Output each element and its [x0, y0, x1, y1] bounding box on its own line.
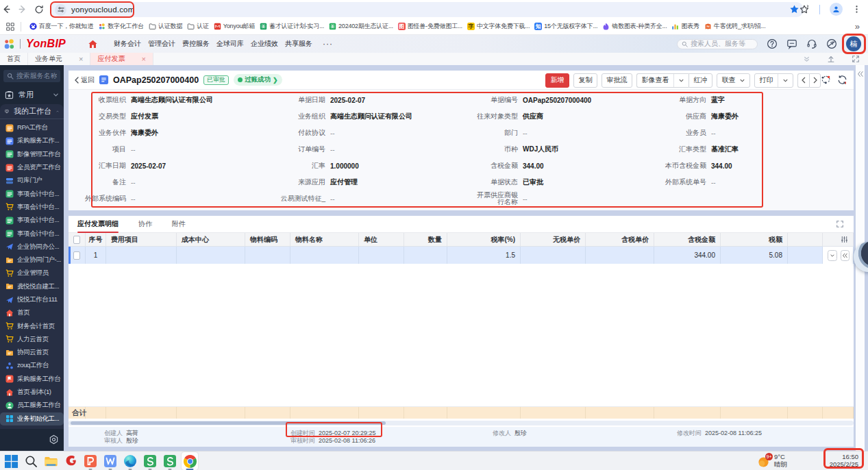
form-field[interactable]: 汇率1.000000 [264, 158, 412, 174]
table-cell[interactable] [586, 247, 654, 264]
form-field[interactable]: 备注-- [69, 174, 213, 190]
app-nav-item[interactable]: 全球司库 [213, 39, 247, 49]
header-cell[interactable]: 无税单价 [521, 233, 586, 246]
sidebar-item[interactable]: 首页 [0, 306, 64, 319]
browser-forward-button[interactable] [18, 1, 27, 18]
apps-grid-icon[interactable] [5, 22, 15, 32]
sidebar-item[interactable]: zouq工作台 [0, 359, 64, 372]
table-cell[interactable] [290, 247, 359, 264]
form-field[interactable]: 业务组织高端生态顾问认证有限公司 [264, 108, 412, 125]
bookmark-item[interactable]: Yonyou邮箱 [214, 22, 255, 31]
sidebar-item[interactable]: 企业协同门户-... [0, 253, 64, 267]
header-cell[interactable]: 物料名称 [290, 233, 359, 246]
form-field[interactable]: 汇率类型基准汇率 [645, 141, 739, 158]
form-field[interactable]: 币种WDJ人民币 [457, 141, 591, 158]
form-field[interactable]: 含税金额344.00 [457, 158, 591, 174]
header-cell[interactable]: 税率(%) [447, 233, 521, 246]
posted-status-badge[interactable]: 过账成功 ❯ [234, 74, 282, 86]
toolbar-button[interactable]: 新增 [545, 73, 569, 88]
form-field[interactable]: 本币含税金额344.00 [645, 158, 739, 174]
share-up-icon[interactable] [827, 55, 835, 63]
bookmarks-overflow-chevron[interactable]: » [855, 21, 860, 32]
row-select-cell[interactable] [69, 247, 86, 264]
detail-tab[interactable]: 应付发票明细 [77, 219, 119, 229]
form-field[interactable]: 单据方向蓝字 [645, 92, 739, 108]
browser-back-button[interactable] [1, 1, 11, 18]
table-cell[interactable]: 1 [86, 247, 106, 264]
app-nav-item[interactable]: 财务会计 [110, 39, 145, 49]
table-cell[interactable] [177, 247, 245, 264]
taskbar-app-icon[interactable] [162, 452, 178, 470]
sidebar-item[interactable]: RPA工作台 [0, 121, 64, 134]
taskbar-clock[interactable]: 16:50 2025/2/25 [830, 453, 858, 468]
form-field[interactable]: 单据状态已审批 [457, 174, 591, 190]
tab-close-icon[interactable]: × [79, 55, 83, 63]
sidebar-settings-gear-icon[interactable] [49, 434, 59, 445]
sidebar-item[interactable]: 龚悦悦自建工... [0, 280, 64, 293]
form-field[interactable]: 单据日期2025-02-07 [264, 92, 412, 108]
table-row[interactable]: 11.5344.005.08 [69, 247, 854, 264]
sidebar-item[interactable]: 事项会计中台... [0, 201, 64, 214]
form-field[interactable]: 收票组织高端生态顾问认证有限公司 [69, 92, 213, 108]
header-cell[interactable]: 费用项目 [106, 233, 177, 246]
sidebar-item[interactable]: 首页-副本(1) [0, 386, 64, 399]
row-expand-button[interactable] [828, 250, 837, 261]
header-cell[interactable]: 税额 [721, 233, 788, 246]
user-avatar[interactable]: 楠 [846, 36, 861, 51]
bookmark-item[interactable]: 蓄才认证计划-实习... [260, 22, 324, 31]
header-cell[interactable]: 物料编码 [245, 233, 290, 246]
sidebar-item[interactable]: 事项会计中台... [0, 187, 64, 200]
browser-menu-icon[interactable] [852, 5, 861, 14]
taskbar-weather-widget[interactable]: 9+ 9°C晴朗 [758, 453, 787, 468]
global-search-input[interactable]: 搜索人员、服务等 [677, 39, 758, 49]
previous-record-button[interactable] [797, 73, 809, 88]
sidebar-item[interactable]: 司库门户 [0, 174, 64, 187]
header-select-all[interactable] [69, 233, 86, 246]
taskbar-app-icon[interactable] [102, 452, 119, 470]
collapse-panel-icon[interactable] [857, 71, 864, 77]
table-cell[interactable]: 1.5 [447, 247, 521, 264]
form-field[interactable]: 供应商海康委外 [645, 108, 739, 125]
bookmark-item[interactable]: 202402期生态认证... [329, 22, 393, 31]
taskbar-app-icon[interactable] [82, 452, 99, 470]
form-field[interactable]: 项目-- [69, 141, 213, 158]
form-field[interactable]: 单据编号OAPap250207000400 [457, 92, 591, 108]
sidebar-item[interactable]: 采购服务工作... [0, 134, 64, 147]
bookmark-item[interactable]: 百度一下，你就知道 [29, 22, 93, 31]
tabs-collapse-icon[interactable] [803, 55, 810, 63]
sidebar-item[interactable]: 员工服务工作台 [0, 399, 64, 412]
sidebar-item[interactable]: 影像管理工作台 [0, 148, 64, 161]
header-cell[interactable] [788, 233, 823, 246]
bookmark-item[interactable]: 图表秀 [671, 22, 699, 31]
home-icon[interactable] [88, 39, 98, 49]
form-field[interactable]: 付款协议-- [264, 125, 412, 141]
back-button[interactable]: 返回 [74, 75, 95, 85]
form-field[interactable]: 汇率日期2025-02-07 [69, 158, 213, 174]
sidebar-item[interactable]: 财务会计首页 [0, 319, 64, 332]
sidebar-item[interactable]: 人力云首页 [0, 333, 64, 346]
bookmark-item[interactable]: 图 图怪兽-免费做图工... [398, 22, 462, 31]
message-icon[interactable] [786, 38, 797, 49]
sidebar-item[interactable]: 协同云首页 [0, 346, 64, 359]
form-field[interactable]: 云易测试特征_-- [264, 190, 412, 207]
bookmark-item[interactable]: 数字化工作台 [98, 22, 144, 31]
sidebar-item[interactable]: 悦悦工作台111 [0, 293, 64, 306]
toolbar-button[interactable]: 联查 [717, 73, 750, 88]
next-record-button[interactable] [809, 73, 821, 88]
table-cell[interactable] [404, 247, 447, 264]
toolbar-button[interactable]: 复制 [573, 73, 597, 88]
horizontal-scrollbar[interactable] [69, 421, 854, 425]
bookmark-item[interactable]: 镝数图表-种类齐全... [602, 22, 667, 31]
taskbar-app-icon[interactable] [42, 452, 59, 470]
bookmark-item[interactable]: 牛客优聘_求职/招... [704, 22, 766, 31]
taskbar-app-icon[interactable] [3, 452, 19, 470]
header-cell[interactable]: 含税单价 [586, 233, 654, 246]
sidebar-item[interactable]: 全员资产工作台 [0, 161, 64, 174]
table-cell[interactable] [106, 247, 177, 264]
form-field[interactable]: 部门-- [457, 125, 591, 141]
form-field[interactable]: 订单编号-- [264, 141, 412, 158]
sidebar-item[interactable]: 业务初始化工... [0, 412, 64, 425]
taskbar-app-icon[interactable] [62, 452, 79, 470]
sidebar-section-my-workbench[interactable]: 我的工作台 [0, 104, 64, 119]
form-field[interactable]: 来源应用应付管理 [264, 174, 412, 190]
